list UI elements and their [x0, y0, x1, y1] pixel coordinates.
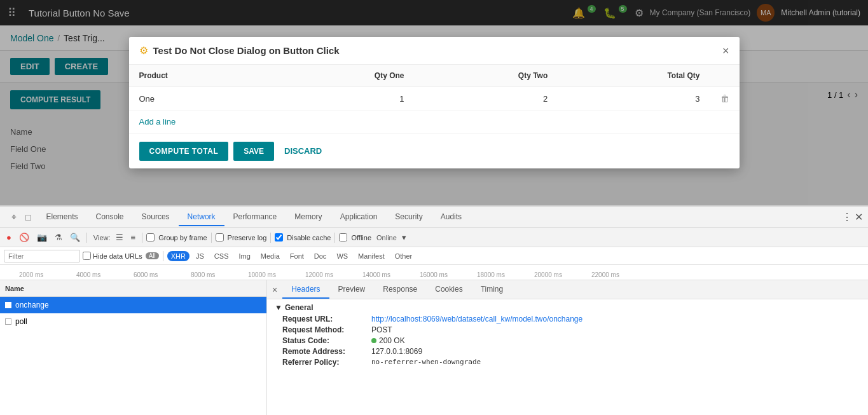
network-toolbar: ● 🚫 📷 ⚗ 🔍 View: ☰ ≡ Group by frame Prese…	[0, 228, 868, 247]
filter-other-button[interactable]: Other	[391, 251, 417, 261]
tab-elements[interactable]: Elements	[37, 208, 86, 226]
devtools-main-panel: ● 🚫 📷 ⚗ 🔍 View: ☰ ≡ Group by frame Prese…	[0, 228, 868, 261]
col-total-qty: Total Qty	[558, 65, 710, 87]
filter-input[interactable]	[4, 250, 80, 261]
devtools-panel: ⌖ □ Elements Console Sources Network Per…	[0, 205, 868, 261]
toolbar-separator-2	[142, 233, 142, 243]
filter-img-button[interactable]: Img	[235, 251, 254, 261]
tab-security[interactable]: Security	[386, 208, 431, 226]
modal-body: Product Qty One Qty Two Total Qty One 1 …	[129, 65, 740, 133]
cell-total-qty: 3	[558, 87, 710, 111]
delete-row-icon[interactable]: 🗑	[720, 93, 729, 104]
col-qty-two: Qty Two	[415, 65, 558, 87]
preserve-log-text: Preserve log	[228, 234, 267, 242]
col-product: Product	[129, 65, 271, 87]
record-button[interactable]: ●	[4, 231, 14, 243]
capture-button[interactable]: 📷	[34, 231, 50, 243]
search-button[interactable]: 🔍	[67, 231, 83, 243]
tab-audits[interactable]: Audits	[432, 208, 471, 226]
modal-icon: ⚙	[139, 44, 148, 57]
view-label: View:	[93, 234, 111, 242]
filter-media-button[interactable]: Media	[257, 251, 284, 261]
tab-console[interactable]: Console	[87, 208, 133, 226]
table-row: One 1 2 3 🗑	[129, 87, 740, 111]
filter-ws-button[interactable]: WS	[333, 251, 352, 261]
offline-text: Offline	[351, 234, 371, 242]
group-by-frame-text: Group by frame	[158, 234, 207, 242]
cell-qty-one: 1	[270, 87, 414, 111]
modal-overlay: ⚙ Test Do Not Close Dialog on Button Cli…	[0, 0, 868, 205]
clear-button[interactable]: 🚫	[17, 231, 32, 243]
preserve-log-checkbox[interactable]	[216, 233, 224, 242]
online-text: Online	[376, 234, 397, 242]
filter-font-button[interactable]: Font	[286, 251, 308, 261]
inspect-element-button[interactable]: ⌖	[8, 209, 20, 225]
filter-js-button[interactable]: JS	[192, 251, 208, 261]
compute-total-button[interactable]: COMPUTE TOTAL	[139, 142, 229, 161]
filter-button[interactable]: ⚗	[52, 231, 65, 243]
group-by-frame-label[interactable]: Group by frame	[146, 233, 207, 242]
tab-memory[interactable]: Memory	[286, 208, 331, 226]
devtools-tab-bar-right: ⋮ ✕	[842, 211, 863, 223]
filter-xhr-button[interactable]: XHR	[167, 251, 189, 261]
disable-cache-text: Disable cache	[287, 234, 331, 242]
filter-separator	[163, 251, 163, 261]
devtools-tab-bar: ⌖ □ Elements Console Sources Network Per…	[0, 207, 868, 228]
offline-checkbox[interactable]	[339, 233, 347, 242]
toolbar-separator-4	[270, 233, 271, 243]
filter-bar: Hide data URLs All XHR JS CSS Img Media …	[0, 247, 868, 261]
cell-qty-two: 2	[415, 87, 558, 111]
disable-cache-checkbox[interactable]	[275, 233, 283, 242]
col-qty-one: Qty One	[270, 65, 414, 87]
group-by-frame-checkbox[interactable]	[146, 233, 155, 242]
view-waterfall-button[interactable]: ≡	[128, 231, 139, 243]
responsive-design-button[interactable]: □	[22, 210, 34, 225]
toolbar-separator-5	[334, 233, 335, 243]
save-button[interactable]: SAVE	[233, 142, 274, 161]
hide-data-urls-text: Hide data URLs	[93, 252, 142, 260]
tab-application[interactable]: Application	[331, 208, 387, 226]
devtools-more-button[interactable]: ⋮	[842, 211, 852, 223]
toolbar-separator-1	[86, 233, 87, 243]
devtools-close-button[interactable]: ✕	[855, 211, 863, 223]
tab-sources[interactable]: Sources	[133, 208, 179, 226]
filter-doc-button[interactable]: Doc	[310, 251, 331, 261]
modal-header: ⚙ Test Do Not Close Dialog on Button Cli…	[129, 37, 740, 65]
tab-performance[interactable]: Performance	[224, 208, 286, 226]
hide-data-urls-label[interactable]: Hide data URLs All	[83, 252, 159, 260]
modal-close-button[interactable]: ×	[722, 45, 729, 57]
throttle-dropdown-button[interactable]: ▾	[399, 231, 409, 243]
toolbar-separator-3	[211, 233, 212, 243]
modal-title: Test Do Not Close Dialog on Button Click	[153, 45, 717, 56]
cell-product: One	[129, 87, 271, 111]
filter-css-button[interactable]: CSS	[210, 251, 233, 261]
discard-button[interactable]: DISCARD	[279, 141, 327, 161]
all-badge: All	[146, 252, 159, 259]
preserve-log-label[interactable]: Preserve log	[216, 233, 267, 242]
add-line-link[interactable]: Add a line	[129, 111, 740, 133]
devtools-toolbar-icons: ⌖ □	[5, 209, 37, 225]
filter-manifest-button[interactable]: Manifest	[354, 251, 389, 261]
offline-label[interactable]: Offline	[339, 233, 371, 242]
hide-data-urls-checkbox[interactable]	[83, 252, 91, 260]
cell-delete[interactable]: 🗑	[710, 87, 740, 111]
modal-footer: COMPUTE TOTAL SAVE DISCARD	[129, 133, 740, 168]
modal-dialog: ⚙ Test Do Not Close Dialog on Button Cli…	[129, 37, 740, 168]
tab-network[interactable]: Network	[179, 208, 224, 226]
disable-cache-label[interactable]: Disable cache	[275, 233, 331, 242]
view-list-button[interactable]: ☰	[113, 231, 126, 243]
modal-table: Product Qty One Qty Two Total Qty One 1 …	[129, 65, 740, 111]
